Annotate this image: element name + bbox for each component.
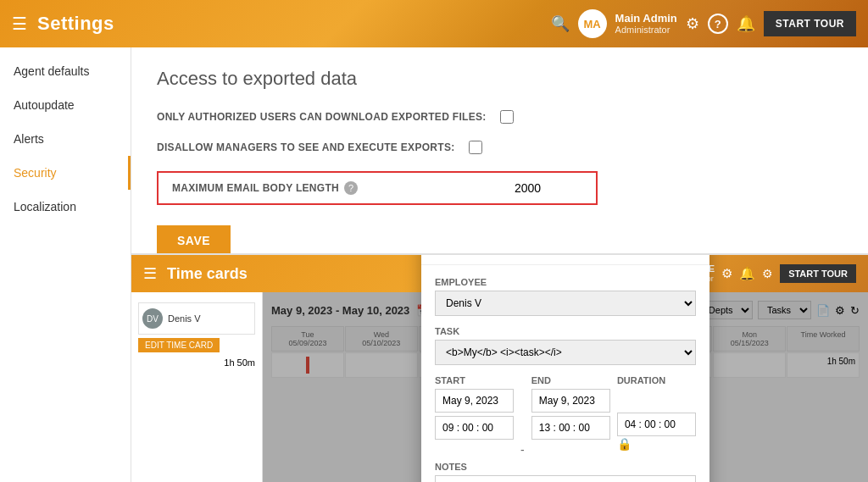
employee-name: Denis V bbox=[168, 313, 201, 324]
email-body-label: MAXIMUM EMAIL BODY LENGTH bbox=[172, 182, 339, 194]
page-title: Access to exported data bbox=[157, 68, 843, 90]
time-cards-body: DV Denis V EDIT TIME CARD 1h 50m May 9, … bbox=[131, 292, 868, 482]
time-hamburger-icon[interactable]: ☰ bbox=[143, 264, 157, 283]
modal-header: New time record ✕ bbox=[421, 253, 709, 265]
duration-input[interactable] bbox=[617, 413, 696, 436]
end-time-input[interactable] bbox=[531, 416, 610, 440]
disallow-managers-label: DISALLOW MANAGERS TO SEE AND EXECUTE EXP… bbox=[157, 141, 455, 153]
app-title: Settings bbox=[37, 13, 114, 35]
time-sidebar: DV Denis V EDIT TIME CARD 1h 50m bbox=[131, 292, 263, 482]
gear-icon[interactable]: ⚙ bbox=[686, 14, 699, 33]
authorized-users-row: ONLY AUTHORIZED USERS CAN DOWNLOAD EXPOR… bbox=[157, 110, 843, 124]
main-layout: Agent defaults Autoupdate Alerts Securit… bbox=[0, 47, 868, 482]
sidebar-item-alerts[interactable]: Alerts bbox=[0, 122, 131, 156]
sidebar-item-agent-defaults[interactable]: Agent defaults bbox=[0, 54, 131, 88]
time-cards-title: Time cards bbox=[167, 265, 248, 283]
notes-input[interactable] bbox=[435, 475, 696, 482]
top-header: ☰ Settings 🔍 MA Main Admin Administrator… bbox=[0, 0, 868, 47]
content-area: Access to exported data ONLY AUTHORIZED … bbox=[131, 47, 868, 482]
duration-field: DURATION 🔒 bbox=[617, 375, 696, 452]
authorized-users-label: ONLY AUTHORIZED USERS CAN DOWNLOAD EXPOR… bbox=[157, 111, 487, 123]
info-icon[interactable]: ? bbox=[344, 181, 358, 195]
modal-overlay: Data overlaps with existing regions in d… bbox=[263, 292, 868, 482]
hamburger-icon[interactable]: ☰ bbox=[12, 14, 27, 34]
help-icon[interactable]: ? bbox=[708, 14, 728, 34]
task-field: TASK <b>My</b> <i><task></i> bbox=[435, 326, 696, 365]
dash-separator: - bbox=[520, 375, 525, 462]
time-bell-icon[interactable]: 🔔 bbox=[739, 266, 755, 281]
sidebar-item-security[interactable]: Security bbox=[0, 156, 131, 190]
notes-field: NOTES bbox=[435, 462, 696, 482]
lock-icon[interactable]: 🔒 bbox=[617, 437, 632, 451]
start-label: START bbox=[435, 375, 514, 385]
start-tour-button[interactable]: START TOUR bbox=[764, 11, 856, 36]
search-icon[interactable]: 🔍 bbox=[551, 14, 570, 33]
start-date-input[interactable] bbox=[435, 389, 514, 413]
employee-field-label: EMPLOYEE bbox=[435, 277, 696, 287]
modal-title: New time record bbox=[435, 253, 534, 257]
time-worked-sidebar: 1h 50m bbox=[138, 357, 255, 368]
disallow-managers-row: DISALLOW MANAGERS TO SEE AND EXECUTE EXP… bbox=[157, 141, 843, 154]
email-label-wrap: MAXIMUM EMAIL BODY LENGTH ? bbox=[172, 181, 515, 195]
employee-row: DV Denis V bbox=[138, 302, 255, 335]
time-config-icon[interactable]: ⚙ bbox=[762, 267, 773, 280]
time-row: START - END bbox=[435, 375, 696, 462]
sidebar: Agent defaults Autoupdate Alerts Securit… bbox=[0, 47, 131, 482]
save-button[interactable]: SAVE bbox=[157, 225, 231, 256]
sidebar-item-autoupdate[interactable]: Autoupdate bbox=[0, 88, 131, 122]
bell-icon[interactable]: 🔔 bbox=[737, 14, 755, 33]
new-time-record-modal: Data overlaps with existing regions in d… bbox=[421, 253, 709, 482]
time-content: May 9, 2023 - May 10, 2023 📅 DAY TASK SH… bbox=[263, 292, 868, 482]
end-label: END bbox=[531, 375, 610, 385]
email-body-length-row: MAXIMUM EMAIL BODY LENGTH ? bbox=[157, 171, 598, 205]
sidebar-item-localization[interactable]: Localization bbox=[0, 190, 131, 224]
start-time-input[interactable] bbox=[435, 416, 514, 440]
time-cards-section: ☰ Time cards 🔍 FL TIME LINE Administrato… bbox=[131, 253, 868, 482]
end-date-input[interactable] bbox=[531, 389, 610, 413]
task-field-label: TASK bbox=[435, 326, 696, 336]
start-field: START bbox=[435, 375, 514, 452]
email-body-length-input[interactable] bbox=[515, 181, 582, 195]
time-start-tour-button[interactable]: START TOUR bbox=[780, 264, 856, 283]
employee-avatar: DV bbox=[142, 308, 163, 329]
employee-field: EMPLOYEE Denis V bbox=[435, 277, 696, 316]
edit-time-card-button[interactable]: EDIT TIME CARD bbox=[138, 338, 220, 352]
modal-close-icon[interactable]: ✕ bbox=[685, 253, 696, 258]
user-name: Main Admin bbox=[615, 12, 677, 25]
employee-select[interactable]: Denis V bbox=[435, 291, 696, 316]
header-right: 🔍 MA Main Admin Administrator ⚙ ? 🔔 STAR… bbox=[551, 9, 856, 38]
time-gear-icon[interactable]: ⚙ bbox=[721, 266, 732, 281]
modal-body: EMPLOYEE Denis V TASK <b>My</b> < bbox=[421, 265, 709, 482]
task-select[interactable]: <b>My</b> <i><task></i> bbox=[435, 340, 696, 365]
avatar[interactable]: MA bbox=[578, 9, 607, 38]
user-role: Administrator bbox=[615, 25, 677, 36]
notes-label: NOTES bbox=[435, 462, 696, 472]
user-info: Main Admin Administrator bbox=[615, 12, 677, 36]
duration-label: DURATION bbox=[617, 375, 696, 385]
disallow-managers-checkbox[interactable] bbox=[469, 141, 482, 154]
header-left: ☰ Settings bbox=[12, 13, 551, 35]
end-field: END bbox=[531, 375, 610, 452]
authorized-users-checkbox[interactable] bbox=[500, 110, 514, 124]
